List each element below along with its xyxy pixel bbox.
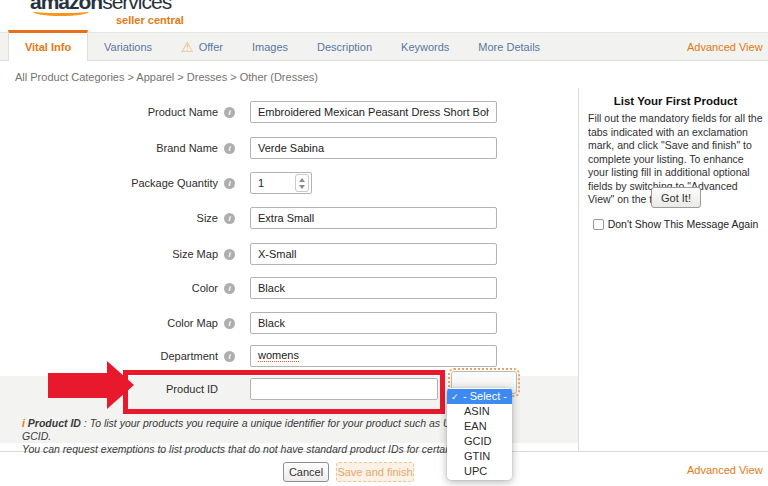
package-quantity-label: Package Quantity: [0, 172, 218, 195]
size-map-input[interactable]: [250, 243, 497, 265]
form-row-department: Department i womens: [0, 345, 520, 368]
info-icon[interactable]: i: [224, 318, 235, 329]
info-icon[interactable]: i: [224, 143, 235, 154]
page: amazonservices seller central Vital Info…: [0, 0, 768, 486]
tab-keywords[interactable]: Keywords: [401, 41, 449, 53]
info-icon[interactable]: i: [224, 249, 235, 260]
brand-name-label: Brand Name: [0, 137, 218, 160]
tab-offer[interactable]: ⚠Offer: [181, 40, 223, 54]
info-icon[interactable]: i: [224, 351, 235, 362]
cancel-button[interactable]: Cancel: [283, 462, 329, 482]
amazon-smile-icon: [33, 7, 89, 16]
save-and-finish-button[interactable]: Save and finish: [336, 462, 414, 482]
dropdown-option-select[interactable]: ✓- Select -: [447, 389, 512, 404]
dropdown-option-upc[interactable]: UPC: [447, 464, 512, 479]
tab-list: Variations ⚠Offer Images Description Key…: [104, 33, 540, 61]
color-map-input[interactable]: [250, 312, 497, 334]
pointer-arrow-head: [107, 361, 134, 409]
advanced-view-top: Advanced View: [687, 39, 768, 55]
dropdown-option-asin[interactable]: ASIN: [447, 404, 512, 419]
dropdown-option-gcid[interactable]: GCID: [447, 434, 512, 449]
help-panel-title: List Your First Product: [585, 95, 766, 107]
product-id-type-dropdown: ✓- Select - ASIN EAN GCID GTIN UPC: [447, 388, 512, 480]
info-icon[interactable]: i: [224, 213, 235, 224]
quantity-stepper[interactable]: [295, 174, 309, 192]
dont-show-row: Don't Show This Message Again: [585, 218, 766, 230]
form-row-package-quantity: Package Quantity i: [0, 172, 520, 195]
dropdown-option-gtin[interactable]: GTIN: [447, 449, 512, 464]
tab-more-details[interactable]: More Details: [478, 41, 540, 53]
amazon-services-logo: amazonservices seller central: [30, 0, 171, 14]
tab-images[interactable]: Images: [252, 41, 288, 53]
color-input[interactable]: [250, 277, 497, 299]
color-map-label: Color Map: [0, 312, 218, 335]
got-it-button[interactable]: Got It!: [651, 187, 701, 208]
form-row-size: Size i: [0, 207, 520, 230]
form-row-color: Color i: [0, 277, 520, 300]
advanced-view-label: Advanced View: [687, 464, 763, 476]
form-row-product-name: Product Name i: [0, 101, 520, 124]
tab-vital-info[interactable]: Vital Info: [8, 30, 88, 61]
dont-show-checkbox[interactable]: [593, 219, 604, 230]
product-id-input[interactable]: [250, 378, 438, 400]
info-glyph: i: [22, 417, 25, 429]
seller-central-label: seller central: [116, 14, 184, 26]
brand-name-input[interactable]: [250, 137, 497, 159]
size-input[interactable]: [250, 207, 497, 229]
form-row-brand-name: Brand Name i: [0, 137, 520, 160]
product-name-input[interactable]: [250, 101, 497, 123]
department-input[interactable]: womens: [250, 345, 497, 367]
stepper-down-icon: [299, 185, 305, 189]
check-icon: ✓: [451, 390, 463, 405]
form-row-size-map: Size Map i: [0, 243, 520, 266]
breadcrumb: All Product Categories > Apparel > Dress…: [15, 71, 318, 83]
size-map-label: Size Map: [0, 243, 218, 266]
stepper-up-icon: [299, 178, 305, 182]
info-icon[interactable]: i: [224, 107, 235, 118]
color-label: Color: [0, 277, 218, 300]
dont-show-label: Don't Show This Message Again: [608, 218, 759, 230]
department-value: womens: [258, 349, 299, 362]
info-icon[interactable]: i: [224, 178, 235, 189]
tab-variations[interactable]: Variations: [104, 41, 152, 53]
product-name-label: Product Name: [0, 101, 218, 124]
form-row-color-map: Color Map i: [0, 312, 520, 335]
tab-description[interactable]: Description: [317, 41, 372, 53]
panel-divider: [578, 88, 579, 451]
warning-triangle-icon: ⚠: [181, 40, 194, 54]
advanced-view-label: Advanced View: [687, 41, 763, 53]
dropdown-option-ean[interactable]: EAN: [447, 419, 512, 434]
info-icon[interactable]: i: [224, 283, 235, 294]
pointer-arrow: [48, 373, 108, 398]
size-label: Size: [0, 207, 218, 230]
advanced-view-bottom: Advanced View: [687, 462, 768, 478]
